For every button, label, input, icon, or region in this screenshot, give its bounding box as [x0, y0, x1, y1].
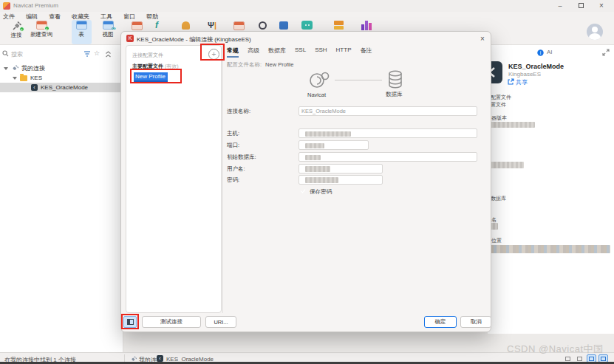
folder-icon — [20, 75, 27, 81]
tree-item-label: KES — [30, 75, 42, 81]
password-input[interactable] — [299, 175, 383, 185]
tree-item-kes-folder[interactable]: KES — [0, 73, 123, 83]
close-button[interactable]: × — [595, 0, 608, 11]
host-input[interactable] — [299, 128, 477, 138]
cancel-button[interactable]: 取消 — [460, 316, 491, 328]
search-icon — [2, 50, 9, 57]
uri-button[interactable]: URI... — [205, 316, 236, 328]
tab-advanced[interactable]: 高级 — [248, 47, 259, 58]
toolbar-connection-button[interactable]: + 连接 — [4, 21, 28, 44]
tab-ssh[interactable]: SSH — [315, 47, 327, 58]
dialog-tab-bar: 常规 高级 数据库 SSL SSH HTTP 备注 — [227, 47, 372, 58]
minimize-button[interactable]: – — [553, 0, 567, 11]
diagram-left-caption: Navicat — [307, 92, 326, 98]
tree-item-kes-oraclemode[interactable]: ‹ KES_OracleMode — [0, 83, 123, 92]
info-tab-icon[interactable]: i — [537, 49, 544, 56]
dialog-title: KES_OracleMode - 编辑连接 (KingbaseES) — [137, 35, 251, 44]
toolbar-materialized-view-icon[interactable] — [132, 21, 143, 30]
toolbar-function-icon[interactable]: f — [155, 20, 158, 30]
menu-edit[interactable]: 编辑 — [26, 13, 38, 21]
tab-http[interactable]: HTTP — [336, 47, 352, 58]
maximize-button[interactable] — [574, 0, 587, 11]
port-label: 端口: — [227, 142, 239, 149]
diagram-right-caption: 数据库 — [386, 91, 403, 98]
tab-notes[interactable]: 备注 — [360, 47, 372, 58]
toolbar-history-icon[interactable] — [334, 21, 344, 30]
profile-item-new-profile[interactable]: New Profile — [134, 72, 168, 82]
profile-name-value: New Profile — [265, 61, 293, 68]
navicat-app-icon — [3, 2, 10, 10]
panel-connection-title: KES_OracleMode — [508, 63, 564, 70]
section-primary-profile-clipped: 置文件 — [491, 101, 506, 109]
section-location-clipped: 位置 — [491, 237, 502, 244]
tree-item-label: 我的连接 — [21, 64, 45, 72]
share-link[interactable]: 共享 — [516, 78, 528, 86]
connection-name-input[interactable]: KES_OracleMode — [299, 106, 477, 116]
object-info-panel: i AI KES_OracleMode KingbaseES 共享 配置文件 置… — [488, 44, 614, 334]
username-label: 用户名: — [227, 165, 245, 173]
toolbar-ai-robot-icon[interactable] — [301, 21, 313, 30]
save-password-label: 保存密码 — [310, 188, 332, 196]
toolbar-model-icon[interactable] — [279, 21, 288, 30]
edit-connection-dialog: K KES_OracleMode - 编辑连接 (KingbaseES) × 连… — [120, 31, 491, 332]
search-input[interactable] — [10, 49, 78, 59]
plus-badge-icon: + — [44, 26, 50, 31]
toolbar-table-button[interactable]: 表 — [70, 21, 92, 44]
test-connection-button[interactable]: 测试连接 — [142, 316, 201, 328]
ok-button[interactable]: 确定 — [424, 316, 457, 328]
redacted-value — [489, 162, 524, 168]
section-database-clipped: 数据库 — [491, 195, 506, 202]
toolbar-query-icon[interactable]: Ψ| — [208, 21, 216, 30]
toggle-profiles-panel-button[interactable] — [123, 316, 137, 328]
toolbar-connection-label: 连接 — [11, 32, 22, 39]
toolbar-new-query-button[interactable]: + 新建查询 — [28, 21, 55, 44]
kingbase-connection-icon: ‹ — [31, 84, 38, 91]
glasses-icon: ∞ — [112, 25, 116, 32]
connection-line — [335, 80, 382, 80]
redacted-username — [305, 166, 330, 172]
share-icon — [508, 78, 514, 85]
tab-general[interactable]: 常规 — [227, 47, 239, 58]
primary-profile-label: 主要配置文件 (有效) — [132, 63, 179, 70]
tab-ssl[interactable]: SSL — [295, 47, 306, 58]
redacted-initdb — [305, 155, 321, 160]
table-icon — [76, 21, 87, 30]
toolbar-user-icon[interactable] — [182, 21, 190, 30]
expand-arrow-icon[interactable] — [13, 77, 17, 80]
connection-tree-sidebar: ☆ 我的连接 KES ‹ KES_OracleMode — [0, 44, 123, 352]
redacted-port — [305, 143, 324, 148]
menu-window[interactable]: 窗口 — [123, 13, 135, 21]
redacted-password — [305, 177, 338, 183]
profile-name-row: 配置文件名称:New Profile — [227, 61, 293, 69]
menu-tools[interactable]: 工具 — [100, 13, 112, 21]
dialog-close-icon[interactable]: × — [477, 34, 488, 44]
menu-view[interactable]: 查看 — [49, 13, 61, 21]
initial-database-input[interactable] — [299, 152, 477, 162]
svg-text:i: i — [540, 50, 541, 55]
menu-file[interactable]: 文件 — [3, 13, 15, 21]
tree-item-my-connections[interactable]: 我的连接 — [0, 63, 123, 73]
favorites-star-icon[interactable]: ☆ — [94, 49, 100, 57]
dialog-panel-divider — [222, 45, 223, 313]
toolbar-chart-icon[interactable] — [361, 21, 372, 30]
breadcrumb-kingbase-icon: ‹ — [157, 355, 163, 362]
add-profile-button[interactable]: + — [208, 49, 219, 60]
expand-panel-icon[interactable] — [602, 49, 610, 56]
toolbar-backup-icon[interactable] — [233, 21, 245, 30]
profiles-listbox: 连接配置文件 + 主要配置文件 (有效) New Profile — [126, 45, 222, 313]
initial-database-label: 初始数据库: — [227, 154, 256, 161]
user-avatar[interactable] — [587, 24, 603, 40]
toolbar-view-button[interactable]: ∞ 视图 — [97, 21, 119, 44]
toolbar-automation-icon[interactable] — [259, 21, 267, 30]
view-icon: ∞ — [103, 21, 114, 30]
expand-arrow-icon[interactable] — [4, 67, 8, 70]
tab-databases[interactable]: 数据库 — [268, 47, 286, 58]
collapse-all-icon[interactable] — [105, 51, 112, 58]
new-query-icon: + — [36, 21, 47, 30]
username-input[interactable] — [299, 164, 383, 174]
filter-icon[interactable] — [83, 51, 91, 58]
database-cylinder-icon — [388, 70, 403, 89]
tab-ai[interactable]: AI — [547, 49, 553, 55]
port-input[interactable] — [299, 140, 369, 150]
host-label: 主机: — [227, 130, 239, 137]
